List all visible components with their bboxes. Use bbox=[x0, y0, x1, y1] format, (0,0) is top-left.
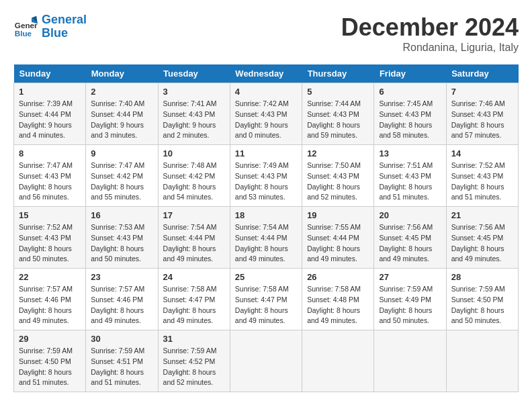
logo-icon: General Blue bbox=[13, 15, 38, 39]
empty-cell bbox=[374, 330, 446, 392]
calendar-week-3: 15 Sunrise: 7:52 AMSunset: 4:43 PMDaylig… bbox=[14, 207, 519, 269]
calendar-day-8: 8 Sunrise: 7:47 AMSunset: 4:43 PMDayligh… bbox=[14, 145, 86, 207]
calendar-day-28: 28 Sunrise: 7:59 AMSunset: 4:50 PMDaylig… bbox=[446, 269, 518, 330]
col-thursday: Thursday bbox=[302, 64, 374, 83]
calendar-day-7: 7 Sunrise: 7:46 AMSunset: 4:43 PMDayligh… bbox=[446, 83, 518, 145]
calendar-day-22: 22 Sunrise: 7:57 AMSunset: 4:46 PMDaylig… bbox=[14, 269, 86, 330]
col-saturday: Saturday bbox=[446, 64, 518, 83]
header: General Blue GeneralBlue December 2024 R… bbox=[13, 13, 519, 54]
calendar-week-4: 22 Sunrise: 7:57 AMSunset: 4:46 PMDaylig… bbox=[14, 269, 519, 330]
calendar-day-25: 25 Sunrise: 7:58 AMSunset: 4:47 PMDaylig… bbox=[230, 269, 302, 330]
calendar-day-21: 21 Sunrise: 7:56 AMSunset: 4:45 PMDaylig… bbox=[446, 207, 518, 269]
header-row: Sunday Monday Tuesday Wednesday Thursday… bbox=[14, 64, 519, 83]
calendar-day-29: 29 Sunrise: 7:59 AMSunset: 4:50 PMDaylig… bbox=[14, 330, 86, 392]
month-title: December 2024 bbox=[341, 13, 519, 42]
calendar-day-26: 26 Sunrise: 7:58 AMSunset: 4:48 PMDaylig… bbox=[302, 269, 374, 330]
calendar-day-4: 4 Sunrise: 7:42 AMSunset: 4:43 PMDayligh… bbox=[230, 83, 302, 145]
calendar-day-9: 9 Sunrise: 7:47 AMSunset: 4:42 PMDayligh… bbox=[86, 145, 158, 207]
col-friday: Friday bbox=[374, 64, 446, 83]
location-title: Rondanina, Liguria, Italy bbox=[341, 42, 519, 54]
logo: General Blue GeneralBlue bbox=[13, 13, 87, 40]
calendar-day-16: 16 Sunrise: 7:53 AMSunset: 4:43 PMDaylig… bbox=[86, 207, 158, 269]
empty-cell bbox=[230, 330, 302, 392]
calendar-day-10: 10 Sunrise: 7:48 AMSunset: 4:42 PMDaylig… bbox=[158, 145, 230, 207]
empty-cell bbox=[446, 330, 518, 392]
calendar-day-2: 2 Sunrise: 7:40 AMSunset: 4:44 PMDayligh… bbox=[86, 83, 158, 145]
calendar-table: Sunday Monday Tuesday Wednesday Thursday… bbox=[13, 64, 519, 392]
calendar-day-6: 6 Sunrise: 7:45 AMSunset: 4:43 PMDayligh… bbox=[374, 83, 446, 145]
calendar-day-20: 20 Sunrise: 7:56 AMSunset: 4:45 PMDaylig… bbox=[374, 207, 446, 269]
calendar-day-1: 1 Sunrise: 7:39 AMSunset: 4:44 PMDayligh… bbox=[14, 83, 86, 145]
calendar-day-18: 18 Sunrise: 7:54 AMSunset: 4:44 PMDaylig… bbox=[230, 207, 302, 269]
calendar-week-2: 8 Sunrise: 7:47 AMSunset: 4:43 PMDayligh… bbox=[14, 145, 519, 207]
calendar-week-5: 29 Sunrise: 7:59 AMSunset: 4:50 PMDaylig… bbox=[14, 330, 519, 392]
calendar-day-11: 11 Sunrise: 7:49 AMSunset: 4:43 PMDaylig… bbox=[230, 145, 302, 207]
calendar-day-13: 13 Sunrise: 7:51 AMSunset: 4:43 PMDaylig… bbox=[374, 145, 446, 207]
calendar-day-27: 27 Sunrise: 7:59 AMSunset: 4:49 PMDaylig… bbox=[374, 269, 446, 330]
calendar-week-1: 1 Sunrise: 7:39 AMSunset: 4:44 PMDayligh… bbox=[14, 83, 519, 145]
calendar-day-24: 24 Sunrise: 7:58 AMSunset: 4:47 PMDaylig… bbox=[158, 269, 230, 330]
calendar-day-23: 23 Sunrise: 7:57 AMSunset: 4:46 PMDaylig… bbox=[86, 269, 158, 330]
svg-text:Blue: Blue bbox=[15, 28, 32, 37]
calendar-day-12: 12 Sunrise: 7:50 AMSunset: 4:43 PMDaylig… bbox=[302, 145, 374, 207]
col-wednesday: Wednesday bbox=[230, 64, 302, 83]
calendar-day-19: 19 Sunrise: 7:55 AMSunset: 4:44 PMDaylig… bbox=[302, 207, 374, 269]
col-tuesday: Tuesday bbox=[158, 64, 230, 83]
calendar-day-31: 31 Sunrise: 7:59 AMSunset: 4:52 PMDaylig… bbox=[158, 330, 230, 392]
calendar-day-30: 30 Sunrise: 7:59 AMSunset: 4:51 PMDaylig… bbox=[86, 330, 158, 392]
calendar-day-5: 5 Sunrise: 7:44 AMSunset: 4:43 PMDayligh… bbox=[302, 83, 374, 145]
calendar-day-15: 15 Sunrise: 7:52 AMSunset: 4:43 PMDaylig… bbox=[14, 207, 86, 269]
col-monday: Monday bbox=[86, 64, 158, 83]
logo-text: GeneralBlue bbox=[42, 13, 87, 40]
calendar-day-3: 3 Sunrise: 7:41 AMSunset: 4:43 PMDayligh… bbox=[158, 83, 230, 145]
col-sunday: Sunday bbox=[14, 64, 86, 83]
calendar-day-14: 14 Sunrise: 7:52 AMSunset: 4:43 PMDaylig… bbox=[446, 145, 518, 207]
empty-cell bbox=[302, 330, 374, 392]
title-block: December 2024 Rondanina, Liguria, Italy bbox=[341, 13, 519, 54]
calendar-day-17: 17 Sunrise: 7:54 AMSunset: 4:44 PMDaylig… bbox=[158, 207, 230, 269]
